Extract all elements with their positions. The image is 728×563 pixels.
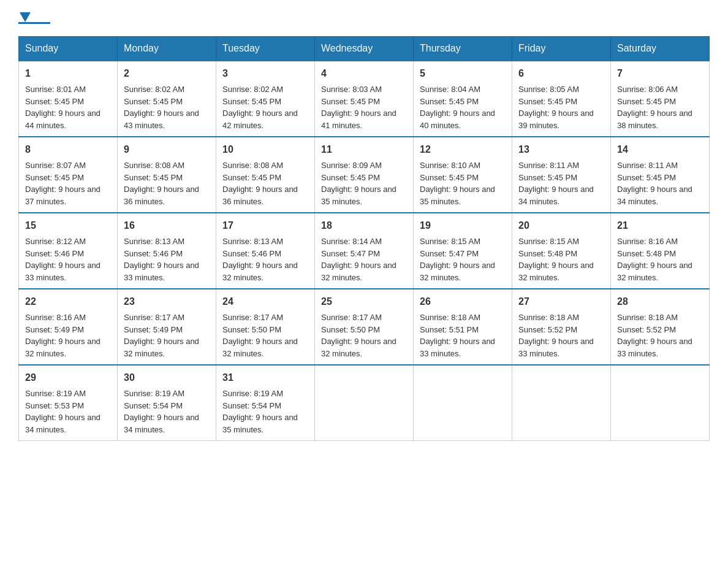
daylight-info: Daylight: 9 hours and 43 minutes. [124,109,199,130]
sunset-info: Sunset: 5:45 PM [124,97,183,106]
sunrise-info: Sunrise: 8:13 AM [124,237,184,246]
day-cell: 25 Sunrise: 8:17 AM Sunset: 5:50 PM Dayl… [315,289,414,365]
sunset-info: Sunset: 5:45 PM [321,173,380,182]
day-cell: 13 Sunrise: 8:11 AM Sunset: 5:45 PM Dayl… [512,137,611,213]
sunrise-info: Sunrise: 8:11 AM [518,161,579,170]
day-cell: 29 Sunrise: 8:19 AM Sunset: 5:53 PM Dayl… [19,365,118,441]
col-header-monday: Monday [118,37,216,61]
sunrise-info: Sunrise: 8:18 AM [518,313,579,322]
day-cell: 30 Sunrise: 8:19 AM Sunset: 5:54 PM Dayl… [118,365,216,441]
week-row-2: 8 Sunrise: 8:07 AM Sunset: 5:45 PM Dayli… [19,137,710,213]
day-number: 25 [321,294,407,309]
calendar-table: SundayMondayTuesdayWednesdayThursdayFrid… [18,36,710,441]
sunset-info: Sunset: 5:45 PM [518,173,577,182]
daylight-info: Daylight: 9 hours and 34 minutes. [617,185,692,206]
sunset-info: Sunset: 5:45 PM [25,173,84,182]
col-header-friday: Friday [512,37,611,61]
sunset-info: Sunset: 5:45 PM [518,97,577,106]
sunrise-info: Sunrise: 8:17 AM [321,313,382,322]
sunrise-info: Sunrise: 8:12 AM [25,237,86,246]
sunset-info: Sunset: 5:45 PM [617,173,676,182]
day-cell [315,365,414,441]
sunrise-info: Sunrise: 8:07 AM [25,161,86,170]
daylight-info: Daylight: 9 hours and 35 minutes. [420,185,495,206]
day-number: 8 [25,142,111,157]
day-cell: 19 Sunrise: 8:15 AM Sunset: 5:47 PM Dayl… [414,213,512,289]
daylight-info: Daylight: 9 hours and 33 minutes. [617,337,692,358]
col-header-saturday: Saturday [611,37,710,61]
day-number: 4 [321,66,407,81]
day-cell: 23 Sunrise: 8:17 AM Sunset: 5:49 PM Dayl… [118,289,216,365]
sunrise-info: Sunrise: 8:04 AM [420,85,480,94]
sunset-info: Sunset: 5:49 PM [25,325,84,334]
sunrise-info: Sunrise: 8:19 AM [25,389,86,398]
day-number: 5 [420,66,506,81]
sunset-info: Sunset: 5:52 PM [617,325,676,334]
week-row-3: 15 Sunrise: 8:12 AM Sunset: 5:46 PM Dayl… [19,213,710,289]
sunset-info: Sunset: 5:45 PM [617,97,676,106]
day-cell: 12 Sunrise: 8:10 AM Sunset: 5:45 PM Dayl… [414,137,512,213]
daylight-info: Daylight: 9 hours and 44 minutes. [25,109,100,130]
daylight-info: Daylight: 9 hours and 41 minutes. [321,109,396,130]
col-header-tuesday: Tuesday [216,37,315,61]
day-number: 1 [25,66,111,81]
day-cell: 27 Sunrise: 8:18 AM Sunset: 5:52 PM Dayl… [512,289,611,365]
sunset-info: Sunset: 5:48 PM [617,249,676,258]
sunrise-info: Sunrise: 8:01 AM [25,85,86,94]
sunrise-info: Sunrise: 8:18 AM [617,313,678,322]
sunrise-info: Sunrise: 8:17 AM [222,313,283,322]
day-number: 17 [222,218,308,233]
daylight-info: Daylight: 9 hours and 39 minutes. [518,109,594,130]
page-header [18,12,710,24]
daylight-info: Daylight: 9 hours and 32 minutes. [518,261,594,282]
sunset-info: Sunset: 5:45 PM [222,173,281,182]
calendar-header-row: SundayMondayTuesdayWednesdayThursdayFrid… [19,37,710,61]
day-cell [512,365,611,441]
sunset-info: Sunset: 5:52 PM [518,325,577,334]
sunset-info: Sunset: 5:45 PM [420,97,479,106]
sunrise-info: Sunrise: 8:19 AM [222,389,283,398]
day-number: 26 [420,294,506,309]
daylight-info: Daylight: 9 hours and 32 minutes. [124,337,199,358]
day-number: 3 [222,66,308,81]
daylight-info: Daylight: 9 hours and 36 minutes. [124,185,199,206]
sunrise-info: Sunrise: 8:02 AM [222,85,283,94]
daylight-info: Daylight: 9 hours and 33 minutes. [420,337,495,358]
daylight-info: Daylight: 9 hours and 32 minutes. [617,261,692,282]
day-number: 10 [222,142,308,157]
day-number: 6 [518,66,604,81]
day-cell: 21 Sunrise: 8:16 AM Sunset: 5:48 PM Dayl… [611,213,710,289]
day-cell: 4 Sunrise: 8:03 AM Sunset: 5:45 PM Dayli… [315,61,414,137]
sunrise-info: Sunrise: 8:13 AM [222,237,283,246]
sunset-info: Sunset: 5:46 PM [222,249,281,258]
sunset-info: Sunset: 5:46 PM [25,249,84,258]
day-cell: 8 Sunrise: 8:07 AM Sunset: 5:45 PM Dayli… [19,137,118,213]
day-number: 27 [518,294,604,309]
day-number: 11 [321,142,407,157]
sunrise-info: Sunrise: 8:15 AM [518,237,579,246]
day-cell: 10 Sunrise: 8:08 AM Sunset: 5:45 PM Dayl… [216,137,315,213]
daylight-info: Daylight: 9 hours and 36 minutes. [222,185,298,206]
daylight-info: Daylight: 9 hours and 32 minutes. [420,261,495,282]
week-row-5: 29 Sunrise: 8:19 AM Sunset: 5:53 PM Dayl… [19,365,710,441]
daylight-info: Daylight: 9 hours and 33 minutes. [518,337,594,358]
daylight-info: Daylight: 9 hours and 32 minutes. [222,261,298,282]
day-cell [611,365,710,441]
day-number: 2 [124,66,210,81]
daylight-info: Daylight: 9 hours and 34 minutes. [518,185,594,206]
week-row-1: 1 Sunrise: 8:01 AM Sunset: 5:45 PM Dayli… [19,61,710,137]
day-number: 14 [617,142,703,157]
sunset-info: Sunset: 5:47 PM [321,249,380,258]
day-cell: 1 Sunrise: 8:01 AM Sunset: 5:45 PM Dayli… [19,61,118,137]
sunset-info: Sunset: 5:51 PM [420,325,479,334]
day-number: 20 [518,218,604,233]
col-header-thursday: Thursday [414,37,512,61]
day-cell: 26 Sunrise: 8:18 AM Sunset: 5:51 PM Dayl… [414,289,512,365]
day-number: 7 [617,66,703,81]
day-number: 16 [124,218,210,233]
col-header-sunday: Sunday [19,37,118,61]
day-number: 21 [617,218,703,233]
daylight-info: Daylight: 9 hours and 32 minutes. [321,261,396,282]
day-number: 29 [25,370,111,385]
day-cell: 22 Sunrise: 8:16 AM Sunset: 5:49 PM Dayl… [19,289,118,365]
